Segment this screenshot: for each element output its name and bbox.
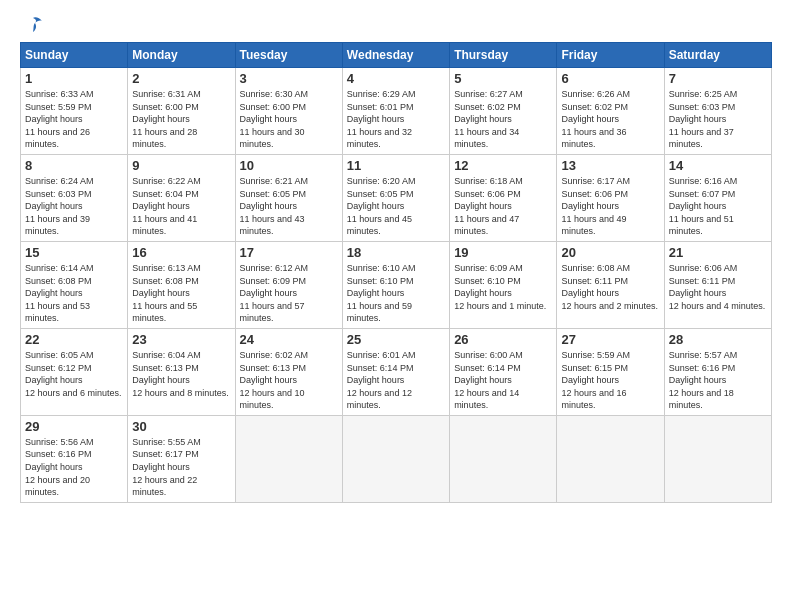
sunset-label: Sunset: 6:05 PM — [347, 189, 414, 199]
daylight-label: Daylight hours — [25, 288, 83, 298]
sunrise-label: Sunrise: 5:55 AM — [132, 437, 201, 447]
calendar-cell: 25 Sunrise: 6:01 AM Sunset: 6:14 PM Dayl… — [342, 328, 449, 415]
day-number: 13 — [561, 158, 659, 173]
daylight-label: Daylight hours — [132, 114, 190, 124]
daylight-label: Daylight hours — [132, 462, 190, 472]
calendar-cell: 8 Sunrise: 6:24 AM Sunset: 6:03 PM Dayli… — [21, 154, 128, 241]
calendar-cell: 17 Sunrise: 6:12 AM Sunset: 6:09 PM Dayl… — [235, 241, 342, 328]
day-info: Sunrise: 6:18 AM Sunset: 6:06 PM Dayligh… — [454, 175, 552, 238]
daylight-duration: 12 hours and 4 minutes. — [669, 301, 766, 311]
daylight-duration: 12 hours and 20 minutes. — [25, 475, 90, 498]
daylight-duration: 12 hours and 2 minutes. — [561, 301, 658, 311]
calendar-cell: 16 Sunrise: 6:13 AM Sunset: 6:08 PM Dayl… — [128, 241, 235, 328]
day-number: 9 — [132, 158, 230, 173]
sunrise-label: Sunrise: 6:09 AM — [454, 263, 523, 273]
day-info: Sunrise: 6:24 AM Sunset: 6:03 PM Dayligh… — [25, 175, 123, 238]
daylight-duration: 11 hours and 32 minutes. — [347, 127, 412, 150]
calendar-cell — [664, 415, 771, 502]
calendar-cell: 7 Sunrise: 6:25 AM Sunset: 6:03 PM Dayli… — [664, 68, 771, 155]
daylight-duration: 12 hours and 14 minutes. — [454, 388, 519, 411]
sunset-label: Sunset: 6:02 PM — [561, 102, 628, 112]
daylight-duration: 11 hours and 41 minutes. — [132, 214, 197, 237]
calendar-cell: 19 Sunrise: 6:09 AM Sunset: 6:10 PM Dayl… — [450, 241, 557, 328]
day-number: 8 — [25, 158, 123, 173]
col-header-sunday: Sunday — [21, 43, 128, 68]
day-number: 2 — [132, 71, 230, 86]
daylight-duration: 11 hours and 53 minutes. — [25, 301, 90, 324]
sunrise-label: Sunrise: 6:30 AM — [240, 89, 309, 99]
daylight-duration: 12 hours and 8 minutes. — [132, 388, 229, 398]
calendar-cell: 3 Sunrise: 6:30 AM Sunset: 6:00 PM Dayli… — [235, 68, 342, 155]
daylight-duration: 12 hours and 12 minutes. — [347, 388, 412, 411]
day-info: Sunrise: 6:09 AM Sunset: 6:10 PM Dayligh… — [454, 262, 552, 312]
day-info: Sunrise: 5:57 AM Sunset: 6:16 PM Dayligh… — [669, 349, 767, 412]
sunset-label: Sunset: 6:06 PM — [561, 189, 628, 199]
calendar-cell: 24 Sunrise: 6:02 AM Sunset: 6:13 PM Dayl… — [235, 328, 342, 415]
day-number: 19 — [454, 245, 552, 260]
calendar-cell: 2 Sunrise: 6:31 AM Sunset: 6:00 PM Dayli… — [128, 68, 235, 155]
sunset-label: Sunset: 6:08 PM — [25, 276, 92, 286]
calendar-cell: 10 Sunrise: 6:21 AM Sunset: 6:05 PM Dayl… — [235, 154, 342, 241]
sunset-label: Sunset: 6:01 PM — [347, 102, 414, 112]
sunrise-label: Sunrise: 6:31 AM — [132, 89, 201, 99]
calendar-table: SundayMondayTuesdayWednesdayThursdayFrid… — [20, 42, 772, 503]
day-info: Sunrise: 6:25 AM Sunset: 6:03 PM Dayligh… — [669, 88, 767, 151]
sunrise-label: Sunrise: 6:25 AM — [669, 89, 738, 99]
header — [20, 16, 772, 32]
day-number: 15 — [25, 245, 123, 260]
week-row-3: 15 Sunrise: 6:14 AM Sunset: 6:08 PM Dayl… — [21, 241, 772, 328]
daylight-label: Daylight hours — [240, 201, 298, 211]
sunset-label: Sunset: 6:02 PM — [454, 102, 521, 112]
day-info: Sunrise: 6:20 AM Sunset: 6:05 PM Dayligh… — [347, 175, 445, 238]
daylight-duration: 11 hours and 36 minutes. — [561, 127, 626, 150]
daylight-label: Daylight hours — [25, 375, 83, 385]
sunrise-label: Sunrise: 6:27 AM — [454, 89, 523, 99]
sunset-label: Sunset: 6:11 PM — [561, 276, 628, 286]
daylight-duration: 12 hours and 10 minutes. — [240, 388, 305, 411]
calendar-cell: 26 Sunrise: 6:00 AM Sunset: 6:14 PM Dayl… — [450, 328, 557, 415]
day-number: 12 — [454, 158, 552, 173]
day-number: 30 — [132, 419, 230, 434]
sunrise-label: Sunrise: 6:26 AM — [561, 89, 630, 99]
day-info: Sunrise: 5:55 AM Sunset: 6:17 PM Dayligh… — [132, 436, 230, 499]
sunset-label: Sunset: 6:10 PM — [347, 276, 414, 286]
day-number: 18 — [347, 245, 445, 260]
calendar-cell: 12 Sunrise: 6:18 AM Sunset: 6:06 PM Dayl… — [450, 154, 557, 241]
calendar-cell: 4 Sunrise: 6:29 AM Sunset: 6:01 PM Dayli… — [342, 68, 449, 155]
logo-bird-icon — [22, 16, 44, 36]
sunrise-label: Sunrise: 6:05 AM — [25, 350, 94, 360]
sunset-label: Sunset: 6:16 PM — [25, 449, 92, 459]
sunset-label: Sunset: 6:06 PM — [454, 189, 521, 199]
daylight-duration: 12 hours and 1 minute. — [454, 301, 546, 311]
day-number: 25 — [347, 332, 445, 347]
sunrise-label: Sunrise: 6:17 AM — [561, 176, 630, 186]
calendar-cell: 18 Sunrise: 6:10 AM Sunset: 6:10 PM Dayl… — [342, 241, 449, 328]
sunset-label: Sunset: 6:14 PM — [454, 363, 521, 373]
col-header-wednesday: Wednesday — [342, 43, 449, 68]
day-info: Sunrise: 6:21 AM Sunset: 6:05 PM Dayligh… — [240, 175, 338, 238]
day-number: 7 — [669, 71, 767, 86]
calendar-cell: 11 Sunrise: 6:20 AM Sunset: 6:05 PM Dayl… — [342, 154, 449, 241]
week-row-5: 29 Sunrise: 5:56 AM Sunset: 6:16 PM Dayl… — [21, 415, 772, 502]
daylight-label: Daylight hours — [669, 288, 727, 298]
sunset-label: Sunset: 6:05 PM — [240, 189, 307, 199]
sunrise-label: Sunrise: 6:29 AM — [347, 89, 416, 99]
calendar-cell: 1 Sunrise: 6:33 AM Sunset: 5:59 PM Dayli… — [21, 68, 128, 155]
day-info: Sunrise: 6:00 AM Sunset: 6:14 PM Dayligh… — [454, 349, 552, 412]
sunset-label: Sunset: 6:17 PM — [132, 449, 199, 459]
calendar-cell — [450, 415, 557, 502]
daylight-label: Daylight hours — [669, 114, 727, 124]
day-number: 11 — [347, 158, 445, 173]
calendar-cell: 28 Sunrise: 5:57 AM Sunset: 6:16 PM Dayl… — [664, 328, 771, 415]
daylight-label: Daylight hours — [132, 201, 190, 211]
daylight-label: Daylight hours — [25, 114, 83, 124]
daylight-duration: 12 hours and 16 minutes. — [561, 388, 626, 411]
daylight-label: Daylight hours — [561, 288, 619, 298]
day-number: 27 — [561, 332, 659, 347]
day-info: Sunrise: 6:30 AM Sunset: 6:00 PM Dayligh… — [240, 88, 338, 151]
calendar-cell: 23 Sunrise: 6:04 AM Sunset: 6:13 PM Dayl… — [128, 328, 235, 415]
day-info: Sunrise: 6:16 AM Sunset: 6:07 PM Dayligh… — [669, 175, 767, 238]
sunrise-label: Sunrise: 6:00 AM — [454, 350, 523, 360]
day-number: 14 — [669, 158, 767, 173]
page: SundayMondayTuesdayWednesdayThursdayFrid… — [0, 0, 792, 612]
